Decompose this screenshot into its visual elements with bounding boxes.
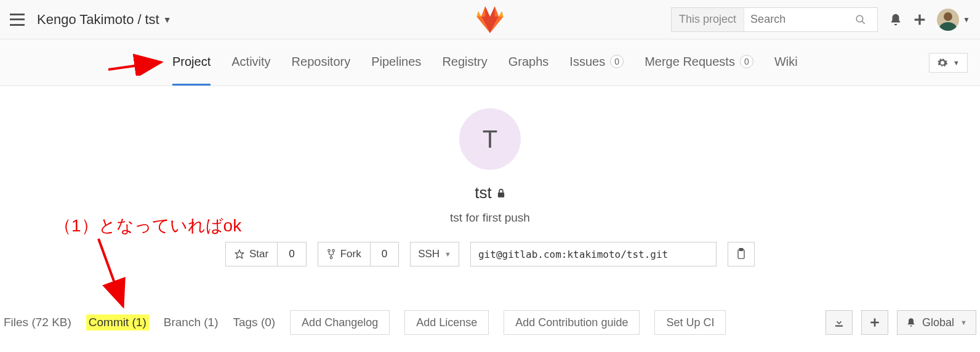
clipboard-icon [736, 248, 747, 260]
search-box[interactable]: This project [671, 7, 878, 32]
star-button-group: Star 0 [225, 242, 307, 266]
breadcrumb-separator: / [137, 12, 141, 28]
svg-rect-4 [498, 192, 504, 197]
caret-down-icon: ▼ [960, 319, 967, 326]
top-bar: Kengo Takimoto / tst ▼ This project [0, 0, 980, 39]
tab-project[interactable]: Project [172, 55, 211, 86]
star-icon [235, 249, 244, 259]
plus-icon [870, 318, 880, 327]
search-icon[interactable] [855, 14, 877, 25]
project-info-bar: Files (72 KB) Commit (1) Branch (1) Tags… [0, 305, 980, 340]
project-avatar-letter: T [483, 126, 497, 153]
svg-point-7 [332, 249, 334, 252]
svg-point-6 [327, 249, 330, 252]
copy-url-button[interactable] [728, 242, 755, 266]
breadcrumb-owner: Kengo Takimoto [37, 12, 134, 28]
user-menu[interactable]: ▼ [937, 9, 970, 31]
svg-marker-5 [235, 250, 243, 258]
lock-icon [497, 188, 505, 198]
mr-count-badge: 0 [740, 55, 753, 68]
fork-button-group: Fork 0 [318, 242, 399, 266]
clone-protocol-select[interactable]: SSH ▼ [410, 242, 459, 266]
bell-icon [906, 317, 916, 328]
tab-graphs[interactable]: Graphs [508, 55, 549, 86]
tab-pipelines[interactable]: Pipelines [371, 55, 421, 86]
plus-icon[interactable] [914, 14, 926, 26]
fork-button[interactable]: Fork [318, 242, 370, 266]
project-avatar: T [459, 108, 521, 170]
star-button[interactable]: Star [225, 242, 277, 266]
svg-line-1 [862, 21, 865, 24]
caret-down-icon: ▼ [963, 15, 970, 24]
add-license-button[interactable]: Add License [404, 310, 489, 335]
plus-button[interactable] [861, 310, 888, 335]
tab-activity[interactable]: Activity [231, 55, 270, 86]
avatar [937, 9, 959, 31]
issues-count-badge: 0 [610, 55, 624, 68]
todos-bell-icon[interactable] [889, 13, 902, 26]
caret-down-icon: ▼ [953, 59, 960, 66]
fork-count: 0 [370, 242, 399, 266]
project-nav: Project Activity Repository Pipelines Re… [0, 39, 980, 86]
svg-rect-12 [870, 322, 878, 324]
gear-icon [937, 57, 948, 68]
notification-level-dropdown[interactable]: Global ▼ [897, 310, 976, 335]
download-button[interactable] [825, 310, 853, 335]
svg-rect-3 [915, 18, 925, 20]
caret-down-icon: ▼ [444, 250, 451, 258]
breadcrumb[interactable]: Kengo Takimoto / tst ▼ [37, 12, 172, 28]
breadcrumb-project: tst [145, 12, 159, 28]
star-count: 0 [277, 242, 306, 266]
search-scope-label: This project [672, 8, 744, 31]
tab-merge-requests[interactable]: Merge Requests 0 [645, 55, 753, 86]
fork-icon [327, 249, 335, 260]
branch-link[interactable]: Branch (1) [164, 316, 219, 329]
svg-point-0 [856, 15, 863, 22]
hamburger-menu-icon[interactable] [10, 14, 25, 26]
svg-point-8 [330, 257, 332, 259]
files-link[interactable]: Files (72 KB) [4, 316, 71, 329]
add-contribution-guide-button[interactable]: Add Contribution guide [504, 310, 640, 335]
tags-link[interactable]: Tags (0) [233, 316, 275, 329]
clone-url-input[interactable] [470, 242, 717, 266]
add-changelog-button[interactable]: Add Changelog [290, 310, 390, 335]
settings-dropdown-button[interactable]: ▼ [929, 53, 968, 73]
search-input[interactable] [744, 8, 855, 31]
gitlab-logo-icon[interactable] [476, 6, 504, 33]
tab-issues[interactable]: Issues 0 [569, 55, 624, 86]
project-summary: T tst tst for first push Star 0 Fork [0, 86, 980, 266]
project-name: tst [475, 183, 505, 202]
project-description: tst for first push [0, 211, 980, 225]
svg-rect-10 [739, 249, 743, 251]
tab-registry[interactable]: Registry [442, 55, 487, 86]
tab-wiki[interactable]: Wiki [774, 55, 798, 86]
project-actions-row: Star 0 Fork 0 SSH ▼ [0, 242, 980, 266]
setup-ci-button[interactable]: Set Up CI [654, 310, 726, 335]
tab-repository[interactable]: Repository [292, 55, 351, 86]
caret-down-icon: ▼ [163, 15, 172, 25]
download-icon [833, 317, 845, 328]
commit-link[interactable]: Commit (1) [86, 314, 149, 330]
